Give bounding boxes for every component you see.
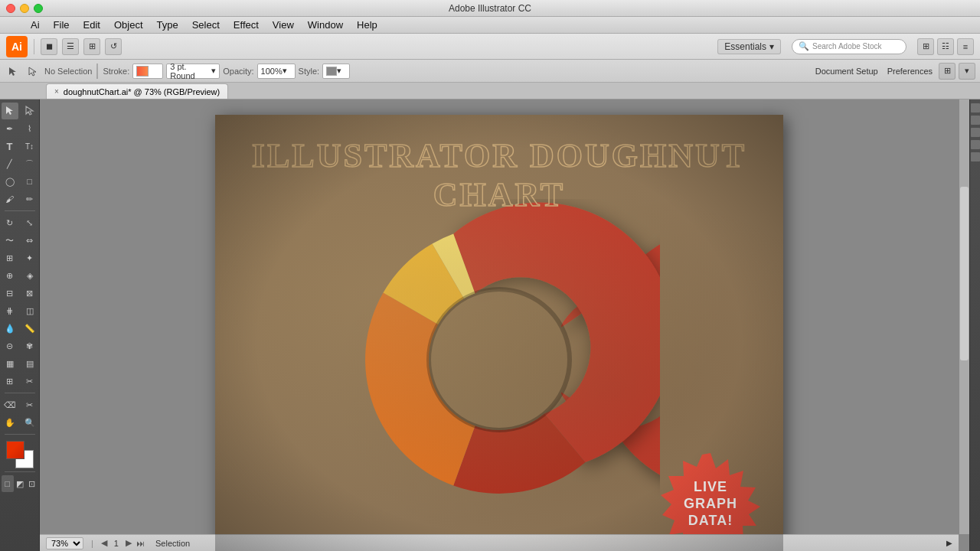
menu-edit[interactable]: Edit bbox=[77, 18, 106, 31]
bar-graph-tool[interactable]: ▤ bbox=[21, 355, 38, 372]
symbol-sprayer-tool[interactable]: ✾ bbox=[21, 337, 38, 354]
fullscreen-mode[interactable]: ⊡ bbox=[26, 475, 38, 492]
stroke-color-swatch[interactable] bbox=[132, 64, 163, 79]
tool-btn-2[interactable]: ☰ bbox=[62, 38, 79, 55]
ellipse-tool[interactable]: ◯ bbox=[2, 173, 18, 190]
hand-tool[interactable]: ✋ bbox=[2, 414, 18, 431]
apple-menu[interactable] bbox=[6, 24, 18, 26]
menu-type[interactable]: Type bbox=[151, 18, 185, 31]
app-title: Adobe Illustrator CC bbox=[449, 3, 531, 14]
right-panel-icon-1[interactable] bbox=[971, 103, 980, 112]
canvas-area[interactable]: ILLUSTRATOR DOUGHNUT CHART bbox=[40, 99, 969, 551]
live-paint-tool[interactable]: ◈ bbox=[21, 267, 38, 284]
close-button[interactable] bbox=[6, 4, 15, 13]
free-transform-tool[interactable]: ⊞ bbox=[2, 249, 18, 266]
menu-ai[interactable]: Ai bbox=[24, 18, 46, 31]
tab-close-icon[interactable]: × bbox=[54, 87, 59, 96]
panel-icon-3[interactable]: ≡ bbox=[957, 38, 974, 55]
tool-btn-1[interactable]: ◼ bbox=[41, 38, 57, 55]
right-panel-icon-5[interactable] bbox=[971, 152, 980, 161]
arrange-icon[interactable]: ▾ bbox=[959, 63, 975, 80]
align-icon[interactable]: ⊞ bbox=[939, 63, 956, 80]
document-tab[interactable]: × doughnutChart.ai* @ 73% (RGB/Preview) bbox=[46, 83, 228, 99]
right-panel-icon-2[interactable] bbox=[971, 116, 980, 125]
scale-tool[interactable]: ⤡ bbox=[21, 214, 38, 231]
pencil-tool[interactable]: ✏ bbox=[21, 191, 38, 207]
blend-tool[interactable]: ⊝ bbox=[2, 337, 18, 354]
paintbrush-tool[interactable]: 🖌 bbox=[2, 191, 18, 207]
next-page-icon[interactable]: ▶ bbox=[126, 538, 132, 548]
selection-tool[interactable] bbox=[2, 103, 18, 119]
menu-file[interactable]: File bbox=[47, 18, 76, 31]
rect-tool[interactable]: □ bbox=[21, 173, 38, 190]
panel-icon-1[interactable]: ⊞ bbox=[917, 38, 934, 55]
search-adobe-stock[interactable]: 🔍 Search Adobe Stock bbox=[792, 39, 906, 54]
opacity-input[interactable]: 100% ▾ bbox=[257, 64, 296, 79]
color-swatch-area[interactable] bbox=[6, 441, 34, 468]
mesh-tool[interactable]: ⋕ bbox=[2, 302, 18, 319]
stroke-weight-select[interactable]: 3 pt. Round ▾ bbox=[166, 64, 220, 79]
type-tool[interactable]: T bbox=[2, 138, 18, 155]
tool-btn-4[interactable]: ↺ bbox=[105, 38, 122, 55]
gradient-tool[interactable]: ◫ bbox=[21, 302, 38, 319]
tools-sep-1 bbox=[5, 210, 35, 211]
zoom-control[interactable]: 73% bbox=[46, 537, 83, 549]
document-setup-button[interactable]: Document Setup bbox=[812, 65, 881, 77]
measure-tool[interactable]: 📏 bbox=[21, 320, 38, 337]
maximize-button[interactable] bbox=[34, 4, 43, 13]
menu-object[interactable]: Object bbox=[108, 18, 149, 31]
slice-tool[interactable]: ✂ bbox=[21, 373, 38, 390]
essentials-button[interactable]: Essentials ▾ bbox=[717, 39, 781, 54]
panel-icon-2[interactable]: ☷ bbox=[937, 38, 954, 55]
artboard-nav-icon[interactable]: ▶ bbox=[946, 539, 952, 547]
puppet-warp-tool[interactable]: ✦ bbox=[21, 249, 38, 266]
eraser-tool[interactable]: ⌫ bbox=[2, 396, 18, 413]
tool-row-1 bbox=[2, 103, 38, 119]
tool-row-11: ⊟ ⊠ bbox=[2, 285, 38, 302]
curvature-tool[interactable]: ⌇ bbox=[21, 120, 38, 137]
prev-page-icon[interactable]: ◀ bbox=[101, 538, 107, 548]
right-panel-icon-3[interactable] bbox=[971, 128, 980, 137]
pen-tool[interactable]: ✒ bbox=[2, 120, 18, 137]
arc-tool[interactable]: ⌒ bbox=[21, 155, 38, 172]
line-tool[interactable]: ╱ bbox=[2, 155, 18, 172]
tool-btn-3[interactable]: ⊞ bbox=[83, 38, 100, 55]
perspective-grid-tool[interactable]: ⊟ bbox=[2, 285, 18, 302]
last-page-icon[interactable]: ⏭ bbox=[136, 539, 145, 548]
style-select[interactable]: ▾ bbox=[322, 64, 350, 79]
zoom-select[interactable]: 73% bbox=[46, 537, 83, 549]
right-panel-icon-4[interactable] bbox=[971, 140, 980, 149]
perspective-select-tool[interactable]: ⊠ bbox=[21, 285, 38, 302]
vertical-scroll-thumb[interactable] bbox=[960, 187, 969, 360]
warp-tool[interactable]: 〜 bbox=[2, 232, 18, 249]
menu-select[interactable]: Select bbox=[186, 18, 226, 31]
rotate-tool[interactable]: ↻ bbox=[2, 214, 18, 231]
zoom-tool[interactable]: 🔍 bbox=[21, 414, 38, 431]
preferences-button[interactable]: Preferences bbox=[884, 65, 936, 77]
direct-select-tool[interactable] bbox=[24, 64, 41, 78]
direct-selection-tool[interactable] bbox=[21, 103, 38, 119]
app-logo: Ai bbox=[6, 36, 28, 57]
chart-title: ILLUSTRATOR DOUGHNUT CHART bbox=[215, 136, 783, 214]
foreground-color-swatch[interactable] bbox=[6, 441, 24, 459]
shape-builder-tool[interactable]: ⊕ bbox=[2, 267, 18, 284]
chevron-down-icon2: ▾ bbox=[211, 66, 216, 76]
tab-bar: × doughnutChart.ai* @ 73% (RGB/Preview) bbox=[0, 83, 980, 99]
menu-effect[interactable]: Effect bbox=[227, 18, 265, 31]
menu-window[interactable]: Window bbox=[302, 18, 349, 31]
normal-mode[interactable]: □ bbox=[2, 475, 14, 492]
scissors-tool[interactable]: ✂ bbox=[21, 396, 38, 413]
menu-help[interactable]: Help bbox=[351, 18, 384, 31]
arrow-tool[interactable] bbox=[5, 64, 21, 78]
column-graph-tool[interactable]: ▦ bbox=[2, 355, 18, 372]
width-tool[interactable]: ⇔ bbox=[21, 232, 38, 249]
vertical-scrollbar[interactable] bbox=[959, 99, 969, 534]
tool-row-2: ✒ ⌇ bbox=[2, 120, 38, 137]
traffic-lights bbox=[6, 4, 43, 13]
artboard-tool[interactable]: ⊞ bbox=[2, 373, 18, 390]
mask-mode[interactable]: ◩ bbox=[14, 475, 26, 492]
eyedropper-tool[interactable]: 💧 bbox=[2, 320, 18, 337]
menu-view[interactable]: View bbox=[266, 18, 300, 31]
touch-type-tool[interactable]: T↕ bbox=[21, 138, 38, 155]
minimize-button[interactable] bbox=[20, 4, 29, 13]
